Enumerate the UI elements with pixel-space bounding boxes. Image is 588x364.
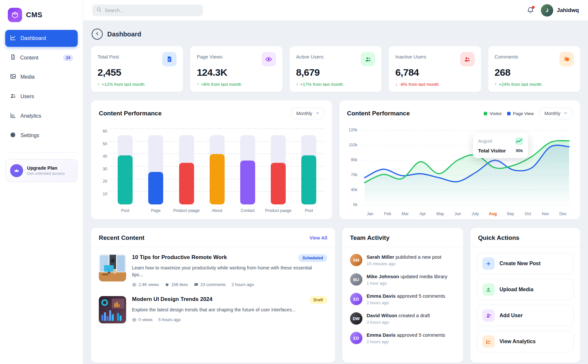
period-select[interactable]: Monthly [291, 108, 324, 119]
arrow-up-icon [98, 82, 100, 87]
user-avatar: J [541, 4, 553, 17]
activity-time: 2 hours ago [367, 300, 445, 305]
content-description: Learn how to maximize your productivity … [132, 265, 314, 278]
content-count-badge: 24 [63, 55, 73, 61]
search-input[interactable] [105, 8, 199, 13]
team-activity-card: Team Activity SM Sarah Miller published … [342, 228, 463, 363]
sidebar-nav: Dashboard Content 24 Media Users Analyti… [5, 30, 78, 147]
chart-title: Content Performance [347, 110, 410, 117]
bar-post [110, 135, 140, 204]
users-icon [460, 52, 475, 66]
upload-media-button[interactable]: Upload Media [477, 279, 574, 300]
user-plus-icon [482, 309, 495, 322]
chart-legend: Visitor Page View [484, 111, 534, 116]
comments-meta: 23 comments [194, 282, 226, 287]
activity-item: MJ Mike Johnson updated media library 1 … [342, 270, 463, 289]
bar-chart-y-axis: 1020 3040 5060 [99, 129, 110, 204]
stat-value: 2,455 [98, 67, 176, 78]
bar-chart-icon [10, 112, 16, 120]
back-button[interactable] [92, 29, 103, 40]
stat-card-active-users: Active Users 8,679 +17% from last month [290, 46, 382, 92]
quick-actions-card: Quick Actions Create New Post Upload Med… [470, 228, 580, 363]
avatar: ED [350, 293, 362, 305]
arrow-up-icon [296, 82, 298, 87]
sidebar: CMS Dashboard Content 24 Media Users [0, 0, 83, 364]
upgrade-plan-card[interactable]: Upgrade Plan Get unlimited access [5, 159, 78, 182]
sidebar-divider [7, 152, 76, 153]
content-item-remote-work[interactable]: 10 Tips for Productive Remote Work Sched… [91, 247, 335, 289]
users-icon [361, 52, 375, 66]
stat-delta: -8% from last month [395, 82, 474, 87]
stat-value: 6,784 [395, 67, 474, 78]
users-icon [10, 93, 16, 100]
file-icon [10, 54, 16, 61]
stat-card-inactive-users: Inactive Users 6,784 -8% from last month [389, 46, 481, 92]
stat-value: 268 [495, 67, 574, 78]
line-chart-y-axis: 120k110k 90k70k 40k0k [347, 127, 361, 209]
tooltip-value: 90k [516, 148, 523, 153]
bar-product-paage-2 [263, 135, 294, 204]
line-chart-x-labels: JanFeb MarApr MayJun JulyAug SepOct NovD… [361, 212, 573, 216]
user-menu[interactable]: J Jahidwq [541, 4, 579, 17]
sidebar-item-users[interactable]: Users [5, 88, 78, 105]
activity-time: 2 hours ago [367, 339, 445, 344]
chart-tooltip: August Total Visitor 90k [473, 133, 528, 158]
period-select[interactable]: Monthly [540, 108, 572, 119]
user-name: Jahidwq [557, 7, 579, 14]
stat-label: Total Post [98, 52, 119, 59]
visitor-legend-dot [484, 112, 487, 115]
stat-value: 8,679 [296, 67, 375, 78]
recent-content-card: Recent Content View All 10 Tips for Prod… [91, 228, 335, 363]
sidebar-item-label: Analytics [20, 113, 41, 119]
bar-page [140, 135, 171, 204]
avatar: ED [350, 332, 362, 344]
views-meta: 0 views [132, 317, 152, 322]
stat-value: 124.3K [197, 67, 276, 78]
content-item-ui-trends[interactable]: Modern UI Design Trends 2024 Draft Explo… [91, 289, 335, 325]
content-description: Explore the latest design trends that ar… [132, 306, 314, 313]
panel-title: Recent Content [99, 234, 144, 241]
arrow-down-icon [395, 82, 398, 87]
sidebar-item-content[interactable]: Content 24 [5, 49, 78, 66]
stat-delta: +8% from last month [197, 82, 276, 87]
sidebar-item-label: Content [20, 55, 38, 61]
view-all-link[interactable]: View All [309, 235, 327, 240]
bar-contact [232, 135, 263, 204]
trend-up-icon [515, 137, 523, 145]
tooltip-month: August [478, 138, 492, 144]
chart-title: Content Performance [99, 110, 162, 117]
stat-card-total-post: Total Post 2,455 +12% from last month [91, 46, 183, 92]
arrow-up-icon [197, 82, 199, 87]
sidebar-item-dashboard[interactable]: Dashboard [5, 30, 78, 47]
stat-label: Inactive Users [395, 52, 426, 59]
brand-name: CMS [26, 11, 42, 19]
bar-chart-x-labels: PostPage Product paageAbout ContactProdu… [110, 208, 324, 213]
bar-chart: 1020 3040 5060 [99, 129, 324, 213]
chat-icon [559, 52, 574, 66]
crown-icon [10, 164, 23, 177]
likes-meta: 156 likes [165, 282, 188, 287]
upgrade-subtitle: Get unlimited access [27, 171, 65, 176]
notification-bell-button[interactable] [527, 6, 534, 14]
upgrade-title: Upgrade Plan [27, 165, 65, 171]
add-user-button[interactable]: Add User [477, 305, 574, 326]
bar-chart-card: Content Performance Monthly 1020 3040 50… [91, 100, 332, 219]
eye-icon [262, 52, 276, 66]
stat-cards: Total Post 2,455 +12% from last month Pa… [91, 46, 580, 92]
stat-delta: +17% from last month [296, 82, 375, 87]
activity-time: 3 hours ago [367, 320, 430, 325]
sidebar-item-media[interactable]: Media [5, 69, 78, 85]
sidebar-item-label: Settings [20, 133, 39, 138]
bar-about [202, 135, 232, 204]
create-new-post-button[interactable]: Create New Post [477, 253, 574, 274]
search-bar [92, 5, 203, 16]
sidebar-item-settings[interactable]: Settings [5, 127, 78, 144]
line-chart-card: Content Performance Visitor Page View Mo… [339, 100, 581, 219]
sidebar-item-analytics[interactable]: Analytics [5, 108, 78, 124]
tooltip-label: Total Visitor [478, 148, 506, 153]
activity-item: DW David Wilson created a draft 3 hours … [342, 309, 463, 328]
search-icon [96, 7, 102, 14]
view-analytics-button[interactable]: View Analytics [477, 331, 574, 352]
sidebar-item-label: Dashboard [20, 35, 46, 41]
status-badge: Draft [309, 296, 327, 304]
